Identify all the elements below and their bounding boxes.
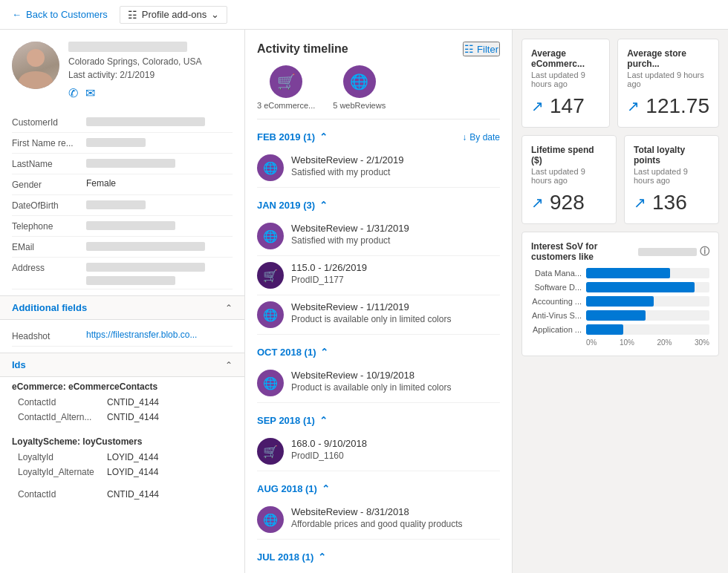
timeline-item: 🌐 WebsiteReview - 8/31/2018 Affordable p… xyxy=(257,500,500,540)
activity-icons-row: 🛒 3 eCommerce... 🌐 5 webReviews xyxy=(257,65,500,119)
timeline-group-header-sep2018: SEP 2018 (1) ⌃ xyxy=(257,415,500,426)
loyalty-id-value: LOYID_4144 xyxy=(107,452,158,462)
profile-name xyxy=(68,42,187,52)
aug2018-label: AUG 2018 (1) ⌃ xyxy=(257,483,330,494)
field-value-customer-id xyxy=(86,116,233,128)
field-gender: Gender Female xyxy=(12,174,233,195)
headshot-link[interactable]: https://filestransfer.blob.co... xyxy=(86,330,197,340)
field-label-email: EMail xyxy=(12,240,86,252)
bar-row: Application ... xyxy=(531,324,709,335)
timeline-item: 🛒 168.0 - 9/10/2018 ProdID_1160 xyxy=(257,432,500,471)
sep2018-label: SEP 2018 (1) ⌃ xyxy=(257,415,328,426)
timeline-group-header-aug2018: AUG 2018 (1) ⌃ xyxy=(257,483,500,494)
loyalty-id-row: LoyaltyId LOYID_4144 xyxy=(12,450,233,465)
feb2019-chevron[interactable]: ⌃ xyxy=(319,131,328,143)
field-last-name: LastName xyxy=(12,154,233,174)
field-value-email xyxy=(86,240,233,253)
metrics-bottom-row: Lifetime spend ($) Last updated 9 hours … xyxy=(521,135,719,224)
timeline-item-content: 168.0 - 9/10/2018 ProdID_1160 xyxy=(291,438,500,461)
additional-fields-title: Additional fields xyxy=(12,302,87,313)
avg-store-subtitle: Last updated 9 hours ago xyxy=(627,71,709,88)
jul2018-chevron[interactable]: ⌃ xyxy=(318,551,326,563)
ids-section-header[interactable]: Ids ⌃ xyxy=(0,353,244,377)
profile-header: Colorado Springs, Colorado, USA Last act… xyxy=(0,30,244,112)
timeline-group-aug2018: AUG 2018 (1) ⌃ 🌐 WebsiteReview - 8/31/20… xyxy=(257,483,500,540)
info-icon[interactable]: ⓘ xyxy=(700,245,709,258)
customer-fields: CustomerId First Name re... LastName Gen… xyxy=(0,112,244,295)
avg-ecommerce-subtitle: Last updated 9 hours ago xyxy=(531,71,600,88)
timeline-sort-button[interactable]: ↓ By date xyxy=(462,132,500,143)
axis-20pct: 20% xyxy=(657,338,672,347)
field-address: Address xyxy=(12,258,233,289)
profile-location: Colorado Springs, Colorado, USA xyxy=(68,56,233,67)
field-value-last-name xyxy=(86,157,233,170)
email-icon[interactable]: ✉ xyxy=(85,86,95,100)
bar-label: Data Mana... xyxy=(531,269,582,278)
field-value-headshot: https://filestransfer.blob.co... xyxy=(86,330,233,340)
oct2018-label: OCT 2018 (1) ⌃ xyxy=(257,347,328,358)
ecommerce-group: eCommerce: eCommerceContacts ContactId C… xyxy=(12,377,233,425)
additional-fields-chevron: ⌃ xyxy=(225,303,233,313)
avg-store-value-row: ↗ 121.75 xyxy=(627,94,709,118)
profile-addons-button[interactable]: ☷ Profile add-ons ⌄ xyxy=(120,6,227,24)
avg-store-title: Average store purch... xyxy=(627,48,709,69)
feb2019-label: FEB 2019 (1) ⌃ xyxy=(257,131,328,143)
left-panel: Colorado Springs, Colorado, USA Last act… xyxy=(0,30,245,573)
timeline-group-header-jan2019: JAN 2019 (3) ⌃ xyxy=(257,200,500,211)
globe-icon: 🌐 xyxy=(257,370,284,396)
globe-icon: 🌐 xyxy=(257,301,284,328)
bar-fill xyxy=(586,268,670,278)
activity-header: Activity timeline ☷ Filter xyxy=(257,42,500,56)
center-panel: Activity timeline ☷ Filter 🛒 3 eCommerce… xyxy=(245,30,513,573)
feb2019-text: FEB 2019 (1) xyxy=(257,131,315,143)
jan2019-chevron[interactable]: ⌃ xyxy=(319,200,328,211)
avg-store-value: 121.75 xyxy=(646,94,709,118)
interest-chart-card: Interest SoV for customers like ⓘ Data M… xyxy=(521,232,719,356)
filter-button[interactable]: ☷ Filter xyxy=(463,42,500,56)
loyalty-alternate-row: LoyaltyId_Alternate LOYID_4144 xyxy=(12,465,233,479)
blurred-first-name xyxy=(86,138,146,147)
ecommerce-contact-id-label: ContactId xyxy=(18,397,107,407)
phone-icon[interactable]: ✆ xyxy=(68,86,78,100)
lifetime-spend-value-row: ↗ 928 xyxy=(531,191,607,215)
avg-ecommerce-value: 147 xyxy=(550,94,585,118)
activity-title: Activity timeline xyxy=(257,42,348,56)
field-label-first-name: First Name re... xyxy=(12,137,86,148)
axis-0pct: 0% xyxy=(586,338,597,347)
profile-info: Colorado Springs, Colorado, USA Last act… xyxy=(68,42,233,100)
sort-label: By date xyxy=(469,132,500,143)
bar-fill xyxy=(586,324,623,335)
lifetime-spend-card: Lifetime spend ($) Last updated 9 hours … xyxy=(521,135,617,224)
total-loyalty-card: Total loyalty points Last updated 9 hour… xyxy=(624,135,719,224)
field-customer-id: CustomerId xyxy=(12,112,233,133)
field-label-address: Address xyxy=(12,261,86,273)
timeline-group-header-oct2018: OCT 2018 (1) ⌃ xyxy=(257,347,500,358)
timeline-item-content: 115.0 - 1/26/2019 ProdID_1177 xyxy=(291,262,500,285)
timeline-item-content: WebsiteReview - 10/19/2018 Product is av… xyxy=(291,370,500,393)
timeline-item-content: WebsiteReview - 1/11/2019 Product is ava… xyxy=(291,301,500,324)
back-arrow-icon: ← xyxy=(12,9,22,20)
bar-label: Anti-Virus S... xyxy=(531,311,582,320)
additional-fields-content: Headshot https://filestransfer.blob.co..… xyxy=(0,320,244,353)
blurred-customer-id xyxy=(86,117,205,126)
bar-fill xyxy=(586,282,695,292)
timeline-group-header-feb2019: FEB 2019 (1) ⌃ ↓ By date xyxy=(257,131,500,143)
right-panel: Average eCommerc... Last updated 9 hours… xyxy=(513,30,728,573)
sep2018-chevron[interactable]: ⌃ xyxy=(319,415,328,426)
oct2018-chevron[interactable]: ⌃ xyxy=(320,347,328,358)
loyalty-group: LoyaltyScheme: loyCustomers LoyaltyId LO… xyxy=(12,432,233,479)
timeline-item: 🌐 WebsiteReview - 1/11/2019 Product is a… xyxy=(257,295,500,335)
ids-chevron: ⌃ xyxy=(225,360,233,370)
timeline-item: 🛒 115.0 - 1/26/2019 ProdID_1177 xyxy=(257,256,500,295)
bar-track xyxy=(586,268,709,278)
loyalty-alternate-label: LoyaltyId_Alternate xyxy=(18,467,107,477)
additional-fields-section-header[interactable]: Additional fields ⌃ xyxy=(0,295,244,320)
aug2018-chevron[interactable]: ⌃ xyxy=(322,483,330,494)
field-value-first-name xyxy=(86,137,233,149)
grid-icon: ☷ xyxy=(128,9,137,21)
field-dob: DateOfBirth xyxy=(12,195,233,216)
bar-row: Data Mana... xyxy=(531,268,709,278)
back-button[interactable]: ← Back to Customers xyxy=(12,9,108,20)
timeline-item: 🌐 WebsiteReview - 10/19/2018 Product is … xyxy=(257,364,500,403)
oct2018-text: OCT 2018 (1) xyxy=(257,347,316,358)
